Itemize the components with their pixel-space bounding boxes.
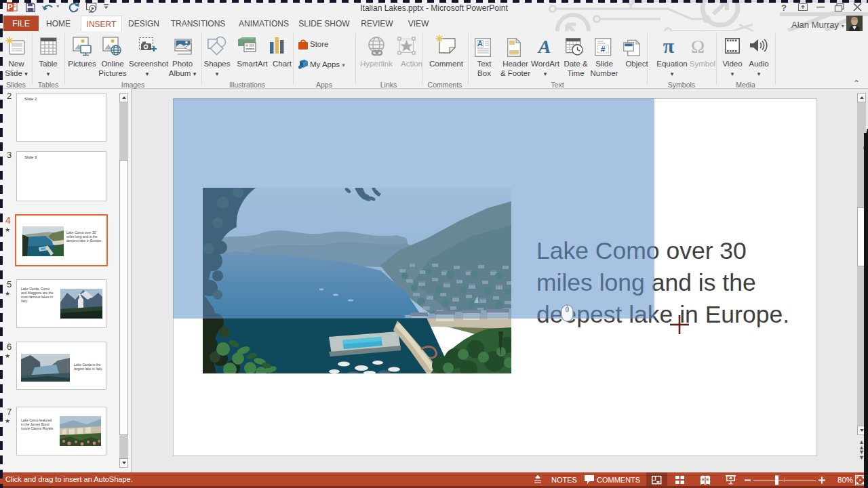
svg-text:Ω: Ω: [691, 37, 705, 57]
svg-text:?: ?: [781, 3, 787, 13]
svg-text:#: #: [601, 45, 606, 54]
svg-text:π: π: [663, 35, 675, 57]
svg-text:COMMENTS: COMMENTS: [597, 476, 640, 484]
svg-text:P: P: [7, 3, 12, 11]
svg-text:80%: 80%: [837, 476, 853, 484]
svg-text:A: A: [477, 39, 483, 47]
svg-text:A: A: [537, 36, 551, 57]
svg-text:NOTES: NOTES: [551, 476, 577, 484]
